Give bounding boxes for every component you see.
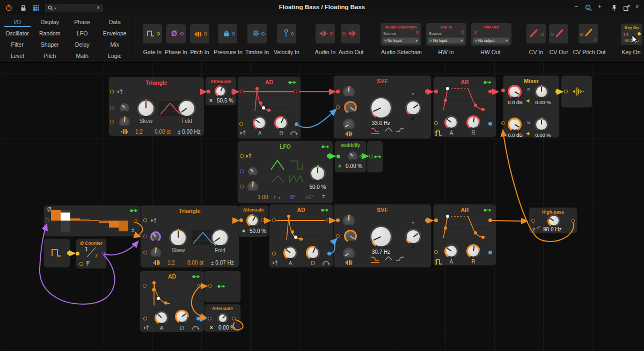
palette-key-on[interactable]: Key On C1 All Chan xyxy=(621,24,642,45)
wave-square-icon[interactable] xyxy=(289,159,304,171)
gain-knob[interactable] xyxy=(246,214,259,227)
keytrack-knob[interactable] xyxy=(343,119,355,130)
wave-triangle-icon[interactable] xyxy=(270,159,285,171)
bipolar-toggle[interactable]: ± xyxy=(322,193,325,199)
pin-icon[interactable] xyxy=(611,4,618,11)
gate-in-port[interactable] xyxy=(434,121,438,125)
phase-value[interactable]: 0° xyxy=(290,194,296,200)
in-port[interactable] xyxy=(208,317,211,320)
palette-audio-in[interactable] xyxy=(316,24,335,43)
ch1-mute-icon[interactable]: ◀ xyxy=(526,98,529,103)
ch2-in-port[interactable] xyxy=(501,121,505,125)
retrigger-icon[interactable] xyxy=(144,325,149,331)
module-ar-2[interactable]: AR A R xyxy=(434,204,496,265)
in-port[interactable] xyxy=(143,284,147,288)
tab-lfo[interactable]: LFO xyxy=(66,27,99,39)
module-highpass[interactable]: High-pass 2 98.0 Hz xyxy=(529,208,577,233)
audio-out-port[interactable] xyxy=(425,90,429,93)
module-out-node-low[interactable] xyxy=(204,271,240,302)
skew-knob[interactable] xyxy=(169,229,187,247)
ch1-in-port[interactable] xyxy=(501,89,505,92)
palette-audio-out[interactable] xyxy=(341,24,360,43)
skew-knob[interactable] xyxy=(137,99,155,118)
resonance-knob[interactable] xyxy=(405,100,421,116)
gate-in-port[interactable] xyxy=(272,252,276,255)
ch2-gain-value[interactable]: 0.0 dB xyxy=(504,132,526,138)
audio-in-port[interactable] xyxy=(336,90,340,93)
semitone-value[interactable]: 0.00 st xyxy=(187,260,203,266)
gate-in-port[interactable] xyxy=(76,252,79,255)
attack-knob[interactable] xyxy=(253,116,267,130)
keyboard-icon[interactable] xyxy=(120,129,129,135)
attenuate-value[interactable]: 50.5 % xyxy=(217,98,233,104)
retrigger-icon[interactable] xyxy=(118,89,123,94)
decay-knob[interactable] xyxy=(306,246,320,260)
ch2-solo-button[interactable]: S xyxy=(527,120,530,125)
out-port[interactable] xyxy=(197,284,201,288)
attack-knob[interactable] xyxy=(283,246,297,260)
gain-knob[interactable] xyxy=(215,85,226,97)
fine-tune-value[interactable]: ± 0.07 Hz xyxy=(211,260,234,266)
gate-out-port[interactable] xyxy=(67,251,71,255)
out-port[interactable] xyxy=(232,317,236,320)
reset-in-port[interactable] xyxy=(79,262,83,266)
retrig-in-port[interactable] xyxy=(240,154,244,158)
tab-filter[interactable]: Filter xyxy=(1,39,34,50)
attenuate-value[interactable]: 0.00 % xyxy=(218,325,235,331)
zoom-out-button[interactable]: − xyxy=(574,3,578,10)
retrigger-icon[interactable] xyxy=(246,153,252,159)
steps-display[interactable] xyxy=(50,209,131,233)
gain-knob[interactable] xyxy=(217,313,228,324)
tab-pitch[interactable]: Pitch xyxy=(34,50,67,61)
bandpass-icon[interactable] xyxy=(384,127,393,133)
palette-phase-in[interactable]: Ø xyxy=(166,24,186,43)
gate-in-port[interactable] xyxy=(143,218,147,222)
ch1-solo-button[interactable]: S xyxy=(527,87,530,92)
poles-selector[interactable]: 2 xyxy=(532,226,535,232)
envelope-display[interactable] xyxy=(439,212,491,240)
module-triangle-1[interactable]: Triangle Skew Fold 1:2 0.00 st ± 0.00 Hz xyxy=(109,77,204,136)
source-dropdown[interactable]: × No Input▾ xyxy=(428,38,464,43)
cutoff-value[interactable]: 30.7 Hz xyxy=(370,249,392,255)
keyboard-icon[interactable] xyxy=(345,260,353,266)
decay-knob[interactable] xyxy=(175,310,189,324)
cutoff-mod-amount-knob[interactable] xyxy=(344,230,357,243)
cutoff-mod-amount-knob[interactable] xyxy=(344,101,357,114)
env-cv-out-port[interactable] xyxy=(327,252,331,255)
tab-level[interactable]: Level xyxy=(1,50,34,61)
phase-in-port[interactable] xyxy=(110,106,114,109)
out-port[interactable] xyxy=(294,90,297,93)
lowpass-icon[interactable] xyxy=(370,127,380,134)
tab-envelope[interactable]: Envelope xyxy=(99,27,131,39)
release-knob[interactable] xyxy=(466,244,480,258)
depth-knob[interactable] xyxy=(310,165,326,181)
module-svf-1[interactable]: SVF 33.0 Hz ▼ ▲ xyxy=(334,76,431,138)
ch2-pan-value[interactable]: 0.00 % xyxy=(532,132,554,138)
loop-icon[interactable] xyxy=(290,131,298,136)
out-port[interactable] xyxy=(488,218,492,222)
module-audio-out-node[interactable] xyxy=(561,76,592,107)
phase-mod-port[interactable] xyxy=(240,170,244,173)
ch1-gain-value[interactable]: 0.0 dB xyxy=(504,99,526,105)
cutoff-value[interactable]: 98.0 Hz xyxy=(543,226,561,232)
tab-shaper[interactable]: Shaper xyxy=(34,39,67,50)
module-attenuate-2[interactable]: Attenuate × 50.0 % xyxy=(238,206,268,237)
tab-math[interactable]: Math xyxy=(66,50,99,61)
rate-mod-knob[interactable] xyxy=(247,181,258,192)
pitch-mod-knob[interactable] xyxy=(119,116,130,127)
amount-knob[interactable] xyxy=(348,151,357,161)
resonance-knob[interactable] xyxy=(405,229,421,245)
module-mixer[interactable]: Mixer 0.0 dB S ◀ 0.00 % 0.0 dB S ◀ 0.00 … xyxy=(503,76,559,137)
gate-in-port[interactable] xyxy=(239,122,243,126)
input-gain-knob[interactable] xyxy=(343,215,355,226)
semitone-value[interactable]: 0.00 st xyxy=(155,129,171,135)
in-port[interactable] xyxy=(531,219,535,223)
loop-icon[interactable] xyxy=(322,261,330,266)
lowpass-icon[interactable] xyxy=(370,255,380,263)
in-port[interactable] xyxy=(239,218,243,222)
module-ad-1[interactable]: AD A D xyxy=(238,77,301,138)
gate-in-port[interactable] xyxy=(143,317,147,320)
phase-offset-value[interactable]: +0° xyxy=(305,194,313,200)
bipolar-toggle[interactable]: ± xyxy=(131,227,135,233)
fold-knob[interactable] xyxy=(211,229,229,247)
